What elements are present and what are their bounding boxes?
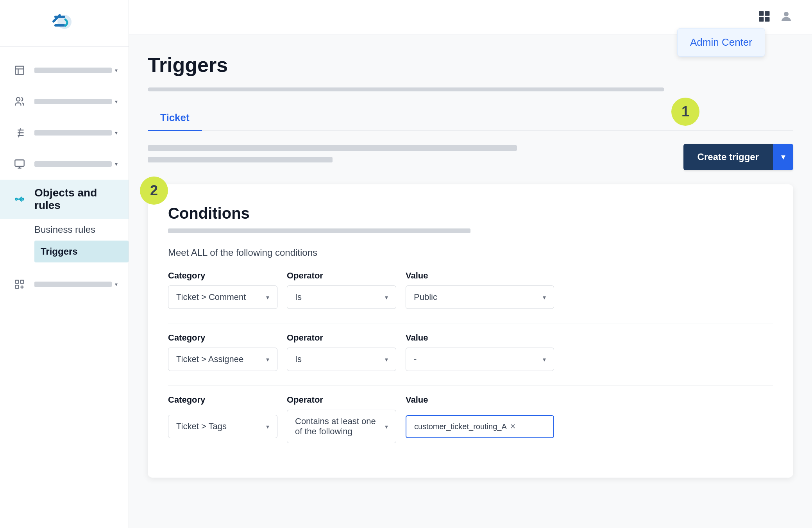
operator-select-3[interactable]: Contains at least one of the following ▾: [287, 410, 396, 443]
page-title: Triggers: [148, 53, 793, 77]
operator-select-2-value: Is: [295, 354, 302, 364]
condition-fields-1: Ticket > Comment ▾ Is ▾ Public ▾: [168, 285, 773, 309]
svg-rect-14: [20, 280, 23, 284]
search-bar-wide: [148, 145, 517, 151]
grid-icon[interactable]: [757, 9, 771, 25]
condition-headers-1: Category Operator Value: [168, 271, 773, 281]
create-trigger-button[interactable]: Create trigger: [683, 144, 773, 170]
nav-label-bar: [34, 68, 112, 73]
category-select-2-chevron: ▾: [266, 356, 269, 363]
svg-rect-2: [54, 24, 65, 27]
admin-center-dropdown: Admin Center: [677, 28, 765, 57]
conditions-subtitle-bar: [168, 228, 470, 233]
condition-fields-3: Ticket > Tags ▾ Contains at least one of…: [168, 410, 773, 443]
sidebar-item-channels[interactable]: ▾: [0, 117, 129, 148]
monitor-icon: [11, 155, 28, 173]
operator-select-2[interactable]: Is ▾: [287, 348, 396, 371]
sidebar-item-workspace[interactable]: ▾: [0, 55, 129, 86]
value-select-1-value: Public: [414, 292, 437, 302]
sidebar-item-monitor[interactable]: ▾: [0, 148, 129, 180]
triggers-page: Triggers 1 Ticket Create trigger ▾: [129, 34, 812, 528]
condition-fields-2: Ticket > Assignee ▾ Is ▾ - ▾: [168, 348, 773, 371]
sub-nav-business-rules[interactable]: Business rules: [34, 219, 129, 241]
svg-rect-15: [16, 285, 19, 288]
value-select-2[interactable]: - ▾: [406, 348, 554, 371]
nav-label-bar: [34, 282, 112, 287]
svg-point-20: [784, 12, 789, 16]
value-select-1[interactable]: Public ▾: [406, 285, 554, 309]
progress-bar: [148, 87, 664, 91]
sidebar: ▾ ▾ ▾: [0, 0, 129, 528]
avatar[interactable]: [779, 9, 793, 25]
conditions-title: Conditions: [168, 205, 773, 222]
operator-header-1: Operator: [287, 271, 396, 281]
svg-rect-3: [16, 66, 24, 75]
sidebar-item-people[interactable]: ▾: [0, 86, 129, 117]
operator-header-2: Operator: [287, 333, 396, 343]
condition-headers-3: Category Operator Value: [168, 395, 773, 405]
value-tag-3-text: customer_ticket_routing_A: [414, 422, 507, 431]
value-select-2-chevron: ▾: [543, 356, 546, 363]
svg-rect-18: [759, 17, 764, 21]
svg-point-11: [16, 198, 18, 200]
search-bars: [148, 145, 676, 169]
sidebar-item-objects-rules[interactable]: Objects and rules: [0, 180, 129, 219]
operator-select-1[interactable]: Is ▾: [287, 285, 396, 309]
category-select-3-value: Ticket > Tags: [176, 421, 227, 432]
chevron-down-icon: ▾: [115, 98, 118, 105]
category-select-1-value: Ticket > Comment: [176, 292, 246, 302]
conditions-card: Conditions Meet ALL of the following con…: [148, 184, 793, 478]
value-select-1-chevron: ▾: [543, 294, 546, 301]
chevron-down-icon: ▾: [115, 281, 118, 287]
sub-nav-triggers[interactable]: Triggers: [34, 241, 129, 262]
step-2-badge: 2: [140, 177, 168, 205]
nav-label-bar: [34, 130, 112, 136]
operator-select-3-value: Contains at least one of the following: [295, 416, 382, 437]
create-trigger-button-group: Create trigger ▾: [683, 144, 793, 170]
admin-center-link[interactable]: Admin Center: [690, 36, 752, 48]
value-select-2-value: -: [414, 354, 417, 364]
logo-area: [0, 0, 129, 47]
value-input-3[interactable]: customer_ticket_routing_A ✕: [406, 415, 554, 438]
people-icon: [11, 93, 28, 110]
value-header-1: Value: [406, 271, 554, 281]
value-header-2: Value: [406, 333, 554, 343]
category-select-1-chevron: ▾: [266, 294, 269, 301]
meet-all-text: Meet ALL of the following conditions: [168, 247, 773, 258]
operator-select-2-chevron: ▾: [385, 356, 388, 363]
category-select-3-chevron: ▾: [266, 423, 269, 430]
category-select-3[interactable]: Ticket > Tags ▾: [168, 415, 277, 438]
nav-label-bar: [34, 99, 112, 104]
tab-ticket[interactable]: Ticket: [148, 105, 202, 131]
condition-headers-2: Category Operator Value: [168, 333, 773, 343]
category-header-2: Category: [168, 333, 277, 343]
svg-rect-8: [15, 160, 24, 166]
search-bar-narrow: [148, 157, 333, 162]
objects-rules-label: Objects and rules: [34, 187, 118, 212]
chevron-down-icon: ▾: [115, 161, 118, 167]
operator-header-3: Operator: [287, 395, 396, 405]
svg-rect-13: [16, 280, 19, 284]
sub-nav: Business rules Triggers: [0, 219, 129, 262]
value-tag-3-close[interactable]: ✕: [510, 422, 516, 431]
chevron-down-icon: ▾: [115, 67, 118, 73]
condition-row-3: Category Operator Value Ticket > Tags ▾ …: [168, 395, 773, 443]
svg-rect-16: [759, 11, 764, 16]
operator-select-3-chevron: ▾: [385, 423, 388, 430]
category-header-1: Category: [168, 271, 277, 281]
category-select-1[interactable]: Ticket > Comment ▾: [168, 285, 277, 309]
toolbar-row: Create trigger ▾: [148, 144, 793, 170]
category-select-2[interactable]: Ticket > Assignee ▾: [168, 348, 277, 371]
category-header-3: Category: [168, 395, 277, 405]
create-trigger-dropdown-button[interactable]: ▾: [773, 144, 793, 170]
sidebar-item-apps[interactable]: ▾: [0, 269, 129, 300]
operator-select-1-value: Is: [295, 292, 302, 302]
objects-rules-icon: [11, 191, 28, 208]
step-1-badge: 1: [671, 98, 699, 126]
divider-1: [168, 323, 773, 323]
nav-label-bar: [34, 161, 112, 167]
category-select-2-value: Ticket > Assignee: [176, 354, 243, 364]
channels-icon: [11, 124, 28, 141]
operator-select-1-chevron: ▾: [385, 294, 388, 301]
sidebar-nav: ▾ ▾ ▾: [0, 47, 129, 528]
